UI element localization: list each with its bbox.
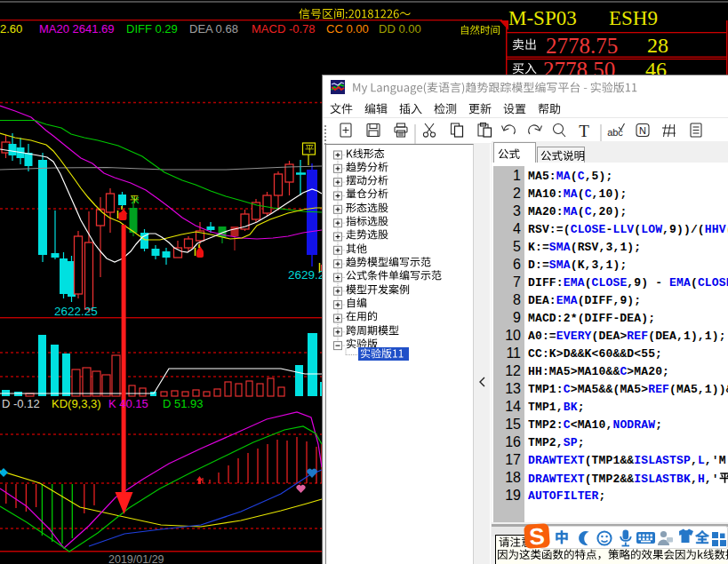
svg-text:2629.2: 2629.2 [288, 268, 324, 282]
svg-text:DIFF 0.29: DIFF 0.29 [126, 22, 178, 36]
svg-text:2019/01/29: 2019/01/29 [108, 553, 164, 564]
svg-text:28: 28 [647, 34, 668, 57]
svg-text:ESH9: ESH9 [609, 7, 658, 29]
svg-text:DD 0.00: DD 0.00 [379, 22, 421, 36]
svg-text:N: N [639, 125, 646, 136]
svg-text:MACD -0.78: MACD -0.78 [252, 22, 316, 36]
svg-text:2622.25: 2622.25 [54, 305, 98, 318]
svg-text:DEA 0.68: DEA 0.68 [189, 22, 238, 36]
svg-text:D -0.12: D -0.12 [2, 397, 40, 410]
svg-text:T: T [579, 122, 589, 140]
svg-text:S: S [528, 522, 545, 550]
svg-text:2.60: 2.60 [0, 22, 22, 36]
svg-text:K 40.15: K 40.15 [108, 397, 148, 410]
svg-text:2778.75: 2778.75 [546, 34, 618, 58]
svg-text:MA20 2641.69: MA20 2641.69 [39, 22, 115, 36]
svg-text:D 51.93: D 51.93 [163, 397, 204, 410]
svg-text:KD(9,3,3): KD(9,3,3) [52, 397, 101, 410]
svg-text:CC 0.00: CC 0.00 [326, 22, 369, 36]
svg-text:M-SP03: M-SP03 [508, 7, 577, 29]
